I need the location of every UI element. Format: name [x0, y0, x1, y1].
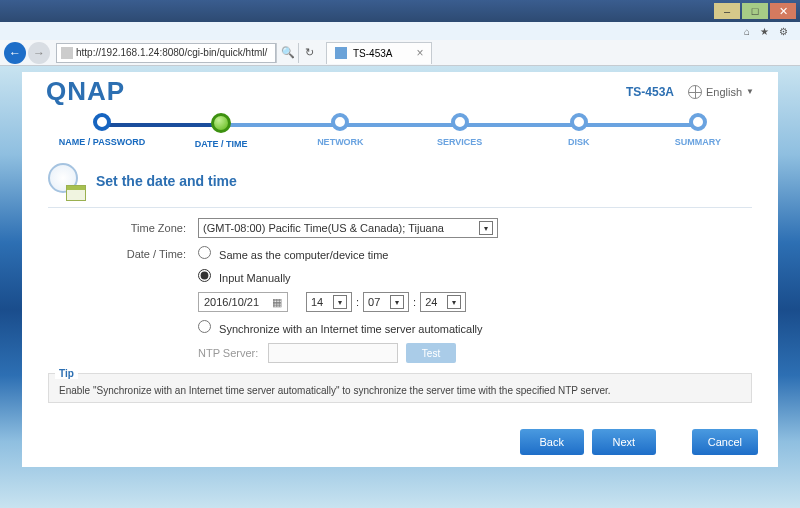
tools-icon[interactable]: ⚙ — [779, 26, 788, 37]
back-button[interactable]: Back — [520, 429, 584, 455]
browser-navbar: ← → http://192.168.1.24:8080/cgi-bin/qui… — [0, 40, 800, 66]
radio-ntp-sync[interactable]: Synchronize with an Internet time server… — [198, 320, 483, 335]
chevron-down-icon: ▼ — [746, 87, 754, 96]
browser-back-button[interactable]: ← — [4, 42, 26, 64]
step-services[interactable]: SERVICES — [410, 113, 510, 149]
calendar-icon: ▦ — [272, 296, 282, 309]
content-card: QNAP TS-453A English ▼ NAME / PASSWORD D… — [22, 72, 778, 467]
date-picker[interactable]: 2016/10/21 ▦ — [198, 292, 288, 312]
page-viewport: QNAP TS-453A English ▼ NAME / PASSWORD D… — [0, 66, 800, 508]
page-icon — [61, 47, 73, 59]
refresh-icon[interactable]: ↻ — [298, 43, 320, 63]
window-maximize-button[interactable]: □ — [742, 3, 768, 19]
tab-title: TS-453A — [353, 48, 392, 59]
language-selector[interactable]: English ▼ — [688, 85, 754, 99]
timezone-select[interactable]: (GMT-08:00) Pacific Time(US & Canada); T… — [198, 218, 498, 238]
browser-address-bar[interactable]: http://192.168.1.24:8080/cgi-bin/quick/h… — [56, 43, 276, 63]
wizard-panel: Set the date and time Time Zone: (GMT-08… — [30, 153, 770, 415]
tab-close-icon[interactable]: × — [416, 46, 423, 60]
browser-forward-button[interactable]: → — [28, 42, 50, 64]
wizard-stepper: NAME / PASSWORD DATE / TIME NETWORK SERV… — [52, 113, 748, 153]
radio-input-manually[interactable]: Input Manually — [198, 269, 291, 284]
step-name-password[interactable]: NAME / PASSWORD — [52, 113, 152, 149]
step-network[interactable]: NETWORK — [290, 113, 390, 149]
next-button[interactable]: Next — [592, 429, 656, 455]
step-summary[interactable]: SUMMARY — [648, 113, 748, 149]
step-disk[interactable]: DISK — [529, 113, 629, 149]
panel-title: Set the date and time — [96, 173, 237, 189]
timezone-value: (GMT-08:00) Pacific Time(US & Canada); T… — [203, 222, 444, 234]
step-date-time[interactable]: DATE / TIME — [171, 113, 271, 149]
time-sep: : — [352, 296, 363, 308]
tip-text: Enable "Synchronize with an Internet tim… — [59, 385, 741, 396]
cancel-button[interactable]: Cancel — [692, 429, 758, 455]
window-menubar: ⌂ ★ ⚙ — [0, 22, 800, 40]
ntp-test-button[interactable]: Test — [406, 343, 456, 363]
second-select[interactable]: 24▾ — [420, 292, 466, 312]
url-action-group: 🔍 ↻ — [276, 43, 320, 63]
ntp-server-label: NTP Server: — [198, 347, 268, 359]
radio-same-as-device[interactable]: Same as the computer/device time — [198, 246, 388, 261]
minute-select[interactable]: 07▾ — [363, 292, 409, 312]
tip-box: Tip Enable "Synchronize with an Internet… — [48, 373, 752, 403]
window-close-button[interactable]: ✕ — [770, 3, 796, 19]
header-row: QNAP TS-453A English ▼ — [22, 72, 778, 107]
brand-logo: QNAP — [46, 76, 125, 107]
chevron-down-icon: ▾ — [390, 295, 404, 309]
chevron-down-icon: ▾ — [333, 295, 347, 309]
tip-label: Tip — [55, 368, 78, 379]
hour-select[interactable]: 14▾ — [306, 292, 352, 312]
wizard-button-row: Back Next Cancel — [22, 415, 778, 467]
favorite-icon[interactable]: ★ — [760, 26, 769, 37]
chevron-down-icon: ▾ — [447, 295, 461, 309]
home-icon[interactable]: ⌂ — [744, 26, 750, 37]
window-titlebar: – □ ✕ — [0, 0, 800, 22]
tab-favicon-icon — [335, 47, 347, 59]
timezone-label: Time Zone: — [48, 222, 198, 234]
globe-icon — [688, 85, 702, 99]
time-sep: : — [409, 296, 420, 308]
model-label: TS-453A — [626, 85, 674, 99]
ntp-server-input[interactable] — [268, 343, 398, 363]
window-minimize-button[interactable]: – — [714, 3, 740, 19]
chevron-down-icon: ▾ — [479, 221, 493, 235]
search-icon[interactable]: 🔍 — [276, 43, 298, 63]
browser-tab[interactable]: TS-453A × — [326, 42, 432, 64]
clock-calendar-icon — [48, 163, 84, 199]
datetime-label: Date / Time: — [48, 248, 198, 260]
panel-header: Set the date and time — [48, 163, 752, 208]
language-text: English — [706, 86, 742, 98]
browser-url-text: http://192.168.1.24:8080/cgi-bin/quick/h… — [76, 47, 267, 58]
